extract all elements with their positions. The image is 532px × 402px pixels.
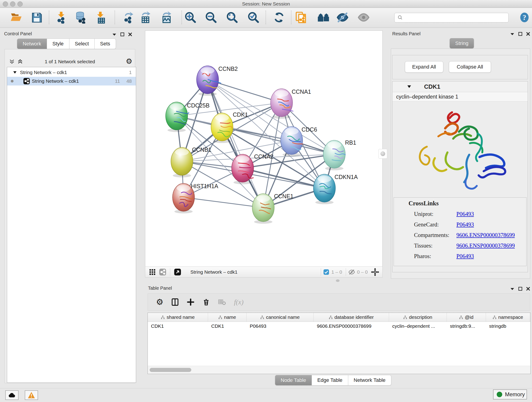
import-table-file-icon[interactable] xyxy=(94,10,107,25)
show-columns-icon[interactable] xyxy=(171,298,179,306)
network-node-CCNB1[interactable] xyxy=(171,147,193,177)
search-input[interactable] xyxy=(405,15,508,21)
scrollbar-thumb[interactable] xyxy=(150,368,191,372)
table-horizontal-scrollbar[interactable] xyxy=(148,366,530,374)
crosslink-link[interactable]: P06493 xyxy=(456,221,474,228)
search-field[interactable] xyxy=(394,13,509,22)
network-view-icon[interactable] xyxy=(159,268,166,276)
results-panel-title: Results Panel xyxy=(392,31,420,36)
collection-count: 1 xyxy=(129,70,132,75)
close-panel-icon[interactable] xyxy=(526,287,530,291)
tab-network[interactable]: Network xyxy=(17,38,47,49)
zoom-selected-icon[interactable] xyxy=(247,10,260,25)
zoom-in-icon[interactable] xyxy=(184,10,197,25)
network-node-CCNE1[interactable] xyxy=(252,194,274,224)
network-node-CCNB2[interactable] xyxy=(196,66,221,96)
float-panel-icon[interactable] xyxy=(510,32,515,36)
panel-splitter-handle[interactable] xyxy=(379,149,387,159)
birds-eye-view-icon[interactable] xyxy=(371,268,379,276)
warnings-button[interactable] xyxy=(25,390,38,400)
status-separator xyxy=(170,268,170,276)
maximize-panel-icon[interactable] xyxy=(120,32,125,37)
column-header-@id[interactable]: @id xyxy=(447,313,486,322)
tab-sets[interactable]: Sets xyxy=(95,38,116,49)
control-panel-gear-icon[interactable]: ⚙ xyxy=(126,57,133,65)
table-cell[interactable]: stringdb:9... xyxy=(447,322,486,331)
network-node-CCNA2[interactable] xyxy=(232,154,254,184)
column-header-namespace[interactable]: namespace xyxy=(486,313,530,322)
network-edge-CCNE1-HIST1H1A[interactable] xyxy=(184,197,263,208)
cloud-button[interactable] xyxy=(5,390,19,400)
import-network-file-icon[interactable] xyxy=(54,10,68,25)
refresh-icon[interactable] xyxy=(272,10,286,25)
export-image-icon[interactable] xyxy=(160,10,173,25)
close-panel-icon[interactable] xyxy=(128,32,133,37)
protein-section-header[interactable]: CDK1 xyxy=(393,81,528,92)
tab-edge-table[interactable]: Edge Table xyxy=(312,375,348,385)
protein-description: cyclin–dependent kinase 1 xyxy=(393,92,528,102)
export-table-icon[interactable] xyxy=(139,10,152,25)
column-header-name[interactable]: name xyxy=(208,313,247,322)
table-header-row: shared namenamecanonical namedatabase id… xyxy=(148,313,530,322)
network-edge-CCNB2-CCNA1[interactable] xyxy=(208,80,282,103)
grid-view-icon[interactable] xyxy=(149,269,156,275)
crosslink-link[interactable]: P06493 xyxy=(456,211,474,217)
crosslink-link[interactable]: P06493 xyxy=(456,253,474,259)
column-header-canonical-name[interactable]: canonical name xyxy=(247,313,314,322)
column-header-shared-name[interactable]: shared name xyxy=(148,313,208,322)
table-cell[interactable]: 9606.ENSP00000378699 xyxy=(314,322,389,331)
create-network-from-selection-icon[interactable] xyxy=(294,10,308,25)
float-panel-icon[interactable] xyxy=(112,32,117,36)
network-canvas[interactable]: CCNB2CCNA1CDC25BCDK1CDC6RB1CCNB1CCNA2HIS… xyxy=(145,31,383,267)
help-icon[interactable]: ? xyxy=(518,10,531,25)
horizontal-splitter-handle[interactable] xyxy=(336,279,340,282)
delete-column-icon[interactable] xyxy=(202,298,210,306)
add-column-icon[interactable] xyxy=(187,298,195,306)
network-row-selected[interactable]: String Network – cdk1 11 48 xyxy=(7,77,136,85)
zoom-fit-icon[interactable] xyxy=(225,10,239,25)
tab-string[interactable]: String xyxy=(450,38,474,49)
network-node-CDK1[interactable] xyxy=(211,113,233,143)
network-selection-summary: 1 of 1 Network selected xyxy=(5,59,135,64)
network-node-CDKN1A[interactable] xyxy=(313,174,336,204)
tab-node-table[interactable]: Node Table xyxy=(275,375,312,385)
network-node-RB1[interactable] xyxy=(323,140,345,170)
crosslink-link[interactable]: 9606.ENSP00000378699 xyxy=(456,232,515,238)
hide-selected-icon[interactable] xyxy=(336,10,349,25)
save-session-icon[interactable] xyxy=(30,10,44,25)
table-cell[interactable]: CDK1 xyxy=(148,322,208,331)
toolbar-separator xyxy=(266,11,266,24)
table-cell[interactable]: P06493 xyxy=(247,322,314,331)
memory-button[interactable]: Memory xyxy=(493,389,527,400)
collapse-all-button[interactable]: Collapse All xyxy=(449,61,491,73)
expand-all-button[interactable]: Expand All xyxy=(405,61,443,73)
table-cell[interactable]: CDK1 xyxy=(208,322,247,331)
crosslink-link[interactable]: 9606.ENSP00000378699 xyxy=(456,242,515,249)
close-panel-icon[interactable] xyxy=(526,32,530,36)
delete-table-icon xyxy=(218,299,226,306)
table-cell[interactable]: cyclin–dependent ... xyxy=(389,322,447,331)
network-collection-row[interactable]: String Network – cdk1 1 xyxy=(7,68,136,77)
table-cell[interactable]: stringdb xyxy=(486,322,530,331)
table-row[interactable]: CDK1CDK1P064939606.ENSP00000378699cyclin… xyxy=(148,322,530,331)
open-session-icon[interactable] xyxy=(9,10,23,25)
table-settings-gear-icon[interactable]: ⚙ xyxy=(156,298,163,306)
column-header-description[interactable]: description xyxy=(389,313,447,322)
detach-view-icon[interactable] xyxy=(174,268,181,276)
section-expander-icon[interactable] xyxy=(407,85,411,88)
tree-expander-icon[interactable] xyxy=(13,71,17,74)
maximize-panel-icon[interactable] xyxy=(518,32,523,36)
tab-select[interactable]: Select xyxy=(70,38,95,49)
column-header-database-identifier[interactable]: database identifier xyxy=(314,313,389,322)
maximize-panel-icon[interactable] xyxy=(518,287,523,291)
tab-style[interactable]: Style xyxy=(47,38,70,49)
tab-network-table[interactable]: Network Table xyxy=(348,375,391,385)
network-node-CCNA1[interactable] xyxy=(271,89,293,119)
crosslink-row: Compartments:9606.ENSP00000378699 xyxy=(414,232,522,238)
export-network-icon[interactable] xyxy=(121,10,135,25)
import-network-database-icon[interactable] xyxy=(74,10,88,25)
float-panel-icon[interactable] xyxy=(510,287,515,291)
zoom-out-icon[interactable] xyxy=(204,10,218,25)
selected-checkbox-icon[interactable] xyxy=(323,269,329,275)
network-overview-icon[interactable] xyxy=(317,10,330,25)
